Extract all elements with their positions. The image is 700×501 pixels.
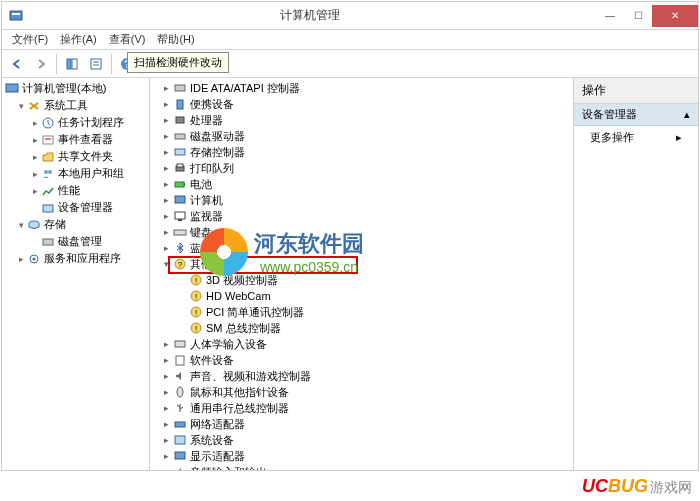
device-print[interactable]: ▸打印队列: [158, 160, 573, 176]
device-computer[interactable]: ▸计算机: [158, 192, 573, 208]
device-manager-icon: [40, 201, 56, 215]
expand-icon[interactable]: ▸: [160, 243, 172, 253]
device-other[interactable]: ▾?其他设备: [158, 256, 573, 272]
svg-rect-32: [175, 212, 185, 219]
tree-performance[interactable]: ▸ 性能: [2, 182, 149, 199]
tree-device-manager[interactable]: 设备管理器: [2, 199, 149, 216]
expand-icon[interactable]: ▸: [160, 355, 172, 365]
device-audio-io[interactable]: ▸音频输入和输出: [158, 464, 573, 470]
menu-action[interactable]: 操作(A): [54, 30, 103, 49]
expand-icon[interactable]: ▸: [160, 451, 172, 461]
expand-icon[interactable]: ▸: [160, 195, 172, 205]
expand-icon[interactable]: ▸: [160, 211, 172, 221]
expand-icon[interactable]: ▸: [16, 254, 26, 264]
device-display[interactable]: ▸显示适配器: [158, 448, 573, 464]
tree-event-viewer[interactable]: ▸ 事件查看器: [2, 131, 149, 148]
device-hid[interactable]: ▸人体学输入设备: [158, 336, 573, 352]
device-portable[interactable]: ▸便携设备: [158, 96, 573, 112]
show-hide-tree-button[interactable]: [61, 53, 83, 75]
device-other-sm[interactable]: !SM 总线控制器: [158, 320, 573, 336]
collapse-icon[interactable]: ▾: [16, 220, 26, 230]
collapse-icon[interactable]: ▾: [16, 101, 26, 111]
device-usb[interactable]: ▸通用串行总线控制器: [158, 400, 573, 416]
tree-local-users[interactable]: ▸ 本地用户和组: [2, 165, 149, 182]
expand-icon[interactable]: ▸: [160, 99, 172, 109]
svg-rect-26: [175, 149, 185, 155]
expand-icon[interactable]: ▸: [160, 227, 172, 237]
maximize-button[interactable]: ☐: [624, 5, 652, 27]
device-ide[interactable]: ▸IDE ATA/ATAPI 控制器: [158, 80, 573, 96]
expand-icon[interactable]: ▸: [160, 371, 172, 381]
expand-icon[interactable]: ▸: [160, 83, 172, 93]
expand-icon[interactable]: ▸: [30, 135, 40, 145]
device-other-webcam[interactable]: !HD WebCam: [158, 288, 573, 304]
expand-icon[interactable]: ▸: [30, 186, 40, 196]
expand-icon[interactable]: ▸: [30, 118, 40, 128]
services-icon: [26, 252, 42, 266]
device-mouse[interactable]: ▸鼠标和其他指针设备: [158, 384, 573, 400]
tree-shared-folders[interactable]: ▸ 共享文件夹: [2, 148, 149, 165]
expand-icon[interactable]: ▸: [30, 169, 40, 179]
expand-icon[interactable]: ▸: [160, 403, 172, 413]
more-actions-item[interactable]: 更多操作 ▸: [574, 126, 698, 149]
menu-help[interactable]: 帮助(H): [151, 30, 200, 49]
tree-disk-mgmt[interactable]: 磁盘管理: [2, 233, 149, 250]
device-bluetooth[interactable]: ▸蓝牙: [158, 240, 573, 256]
expand-icon[interactable]: ▸: [160, 419, 172, 429]
device-monitor[interactable]: ▸监视器: [158, 208, 573, 224]
svg-point-47: [177, 387, 183, 397]
device-storage-ctrl[interactable]: ▸存储控制器: [158, 144, 573, 160]
display-icon: [172, 449, 188, 463]
expand-icon[interactable]: ▸: [160, 435, 172, 445]
device-other-3d[interactable]: !3D 视频控制器: [158, 272, 573, 288]
tree-storage[interactable]: ▾ 存储: [2, 216, 149, 233]
svg-rect-2: [67, 59, 71, 69]
device-other-pci[interactable]: !PCI 简单通讯控制器: [158, 304, 573, 320]
keyboard-icon: [172, 225, 188, 239]
svg-rect-31: [175, 196, 185, 203]
svg-rect-19: [43, 239, 53, 245]
forward-button[interactable]: [30, 53, 52, 75]
users-icon: [40, 167, 56, 181]
back-button[interactable]: [6, 53, 28, 75]
collapse-arrow-icon[interactable]: ▴: [684, 108, 690, 121]
expand-icon[interactable]: ▸: [160, 163, 172, 173]
expand-icon[interactable]: ▸: [160, 131, 172, 141]
shared-folder-icon: [40, 150, 56, 164]
collapse-icon[interactable]: ▾: [160, 259, 172, 269]
minimize-button[interactable]: —: [596, 5, 624, 27]
close-button[interactable]: ✕: [652, 5, 698, 27]
tree-system-tools[interactable]: ▾ 系统工具: [2, 97, 149, 114]
svg-text:!: !: [195, 308, 197, 317]
svg-rect-23: [177, 100, 183, 109]
properties-button[interactable]: [85, 53, 107, 75]
titlebar: 计算机管理 — ☐ ✕: [2, 2, 698, 30]
tree-services-apps[interactable]: ▸ 服务和应用程序: [2, 250, 149, 267]
portable-icon: [172, 97, 188, 111]
device-keyboard[interactable]: ▸键盘: [158, 224, 573, 240]
device-sound[interactable]: ▸声音、视频和游戏控制器: [158, 368, 573, 384]
device-disk[interactable]: ▸磁盘驱动器: [158, 128, 573, 144]
expand-icon[interactable]: ▸: [160, 467, 172, 470]
actions-header: 操作: [574, 78, 698, 104]
expand-icon[interactable]: ▸: [160, 179, 172, 189]
menu-file[interactable]: 文件(F): [6, 30, 54, 49]
event-icon: [40, 133, 56, 147]
svg-point-21: [33, 257, 36, 260]
tree-root[interactable]: 计算机管理(本地): [2, 80, 149, 97]
menu-view[interactable]: 查看(V): [103, 30, 152, 49]
expand-icon[interactable]: ▸: [30, 152, 40, 162]
device-network[interactable]: ▸网络适配器: [158, 416, 573, 432]
device-system[interactable]: ▸系统设备: [158, 432, 573, 448]
expand-icon[interactable]: ▸: [160, 387, 172, 397]
expand-icon[interactable]: ▸: [160, 339, 172, 349]
expand-icon[interactable]: ▸: [160, 147, 172, 157]
battery-icon: [172, 177, 188, 191]
tree-task-scheduler[interactable]: ▸ 任务计划程序: [2, 114, 149, 131]
device-processor[interactable]: ▸处理器: [158, 112, 573, 128]
svg-rect-30: [184, 183, 185, 186]
network-icon: [172, 417, 188, 431]
device-battery[interactable]: ▸电池: [158, 176, 573, 192]
device-software[interactable]: ▸软件设备: [158, 352, 573, 368]
expand-icon[interactable]: ▸: [160, 115, 172, 125]
